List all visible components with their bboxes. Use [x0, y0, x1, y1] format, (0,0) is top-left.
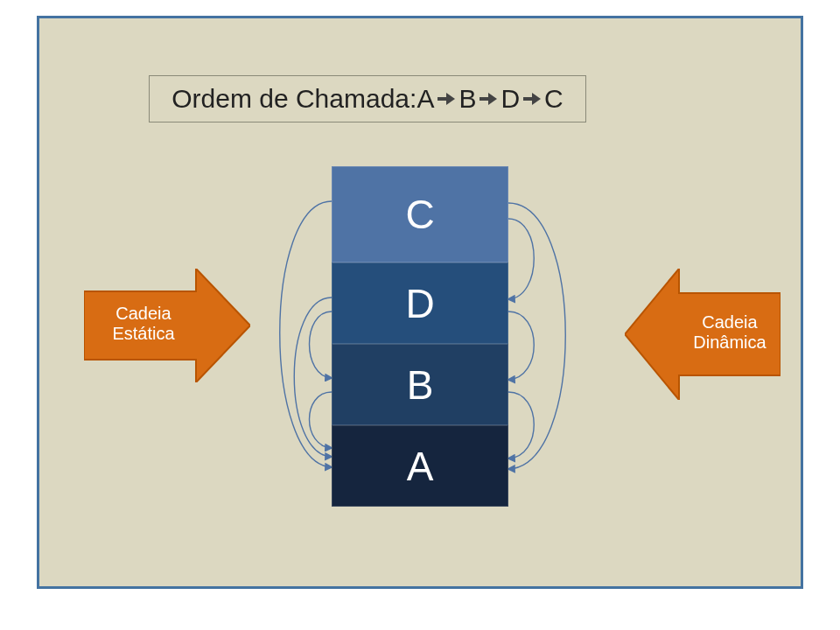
left-arrow-line2: Estática — [112, 324, 174, 343]
dynamic-chain-arrow: Cadeia Dinâmica — [625, 269, 780, 400]
stack-cell-label: B — [407, 361, 434, 409]
right-arrow-line1: Cadeia — [702, 312, 757, 332]
stack-cell-a: A — [332, 425, 508, 507]
seq-a: A — [416, 84, 434, 114]
stack-cell-label: A — [407, 443, 434, 490]
stack-cell-d: D — [332, 262, 508, 344]
title-prefix: Ordem de Chamada: — [172, 84, 416, 114]
call-stack: C D B A — [332, 166, 508, 507]
seq-d: D — [500, 84, 520, 114]
static-chain-arrow: Cadeia Estática — [84, 269, 250, 382]
seq-b: B — [458, 84, 476, 114]
stack-cell-label: C — [405, 191, 434, 238]
stack-cell-c: C — [332, 166, 508, 262]
stack-cell-b: B — [332, 344, 508, 425]
arrow-icon — [480, 93, 497, 105]
arrow-icon — [438, 93, 455, 105]
call-order-title: Ordem de Chamada: A B D C — [149, 75, 586, 122]
stack-cell-label: D — [405, 280, 434, 327]
left-arrow-line1: Cadeia — [116, 304, 171, 323]
arrow-icon — [523, 93, 541, 105]
right-arrow-line2: Dinâmica — [693, 332, 766, 352]
seq-c: C — [544, 84, 564, 114]
